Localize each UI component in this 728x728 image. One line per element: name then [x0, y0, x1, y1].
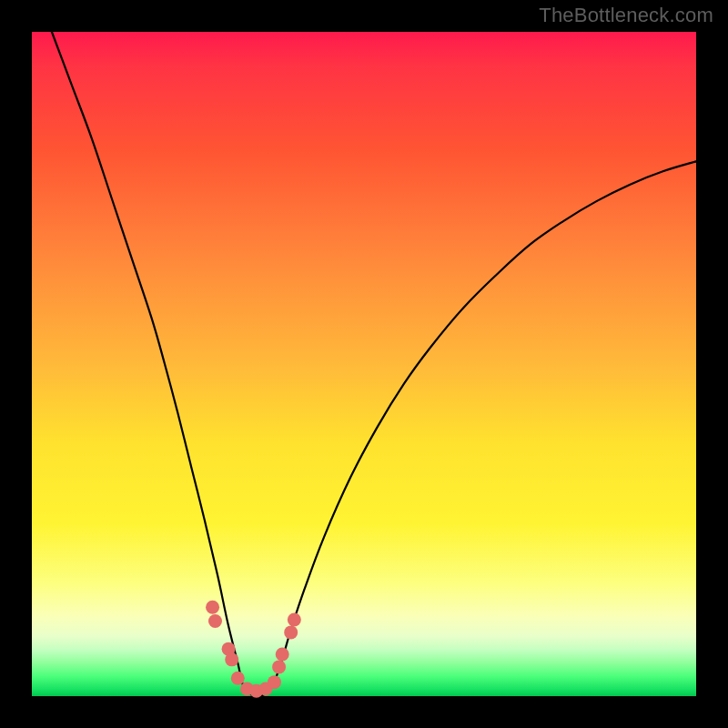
marker-dot: [208, 614, 222, 628]
watermark-text: TheBottleneck.com: [539, 4, 713, 27]
curve-markers: [206, 601, 301, 698]
marker-dot: [284, 625, 298, 639]
marker-dot: [276, 648, 289, 662]
bottleneck-curve: [32, 0, 696, 696]
marker-dot: [225, 652, 238, 666]
marker-dot: [231, 672, 245, 685]
marker-dot: [268, 675, 281, 689]
marker-dot: [206, 601, 219, 614]
chart-frame: TheBottleneck.com: [0, 0, 728, 728]
marker-dot: [288, 613, 301, 627]
marker-dot: [272, 660, 286, 673]
plot-area: [32, 32, 696, 696]
curve-layer: [32, 32, 696, 696]
